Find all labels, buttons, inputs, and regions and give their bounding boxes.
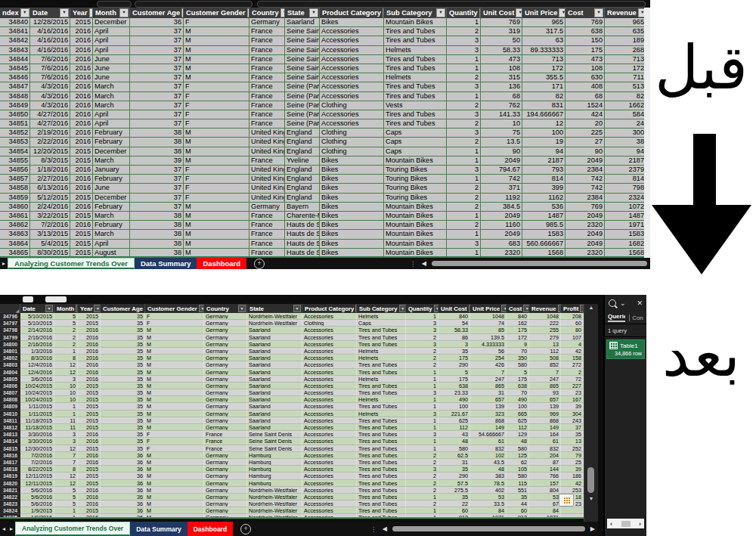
cell[interactable]: 2/16/2016 bbox=[20, 341, 54, 348]
cell[interactable]: Accessories bbox=[302, 411, 357, 417]
cell[interactable]: 580 bbox=[507, 445, 529, 452]
cell[interactable]: M bbox=[145, 472, 204, 479]
cell[interactable]: 2015 bbox=[78, 417, 101, 424]
cell[interactable]: 94 bbox=[605, 147, 644, 156]
cell[interactable]: Germany bbox=[204, 487, 247, 494]
cell[interactable]: 34849 bbox=[0, 101, 30, 110]
cell[interactable]: 4/16/2016 bbox=[30, 27, 70, 36]
cell[interactable]: 2015 bbox=[70, 147, 93, 156]
cell[interactable]: Clothing bbox=[320, 147, 384, 156]
cell[interactable]: 35 bbox=[101, 403, 145, 410]
cell[interactable]: 48 bbox=[438, 438, 470, 445]
row-number[interactable]: 34803 bbox=[0, 361, 20, 368]
cell[interactable]: 34851 bbox=[0, 119, 30, 129]
cell[interactable]: M bbox=[145, 369, 204, 376]
cell[interactable]: 129 bbox=[507, 431, 529, 438]
queries-pane-scrollbar[interactable]: ‹ › bbox=[607, 519, 644, 528]
cell[interactable]: 20 bbox=[565, 119, 605, 129]
cell[interactable]: Accessories bbox=[302, 466, 357, 472]
cell[interactable]: Germany bbox=[204, 500, 247, 507]
cell[interactable]: 2 bbox=[406, 355, 438, 361]
cell[interactable]: Germany bbox=[204, 396, 247, 403]
cell[interactable]: Tires and Tubes bbox=[357, 369, 406, 376]
row-number[interactable]: 34810 bbox=[0, 411, 20, 417]
cell[interactable]: Accessories bbox=[302, 472, 357, 479]
cell[interactable]: 3/30/2016 bbox=[20, 431, 54, 438]
cell[interactable]: 171 bbox=[522, 82, 565, 91]
cell[interactable]: April bbox=[93, 110, 130, 119]
cell[interactable]: 3 bbox=[438, 341, 470, 348]
cell[interactable]: 7/6/2016 bbox=[30, 73, 70, 82]
cell[interactable]: 762 bbox=[481, 101, 522, 110]
cell[interactable]: 34859 bbox=[0, 194, 30, 203]
cell[interactable]: 36 bbox=[101, 472, 145, 479]
cell[interactable]: 43.5 bbox=[470, 459, 507, 466]
filter-dropdown-icon[interactable]: ▼ bbox=[60, 8, 69, 17]
scroll-left-icon[interactable]: ‹ bbox=[610, 520, 612, 528]
cell[interactable]: Tires and Tubes bbox=[357, 480, 406, 487]
cell[interactable]: 1/18/2016 bbox=[30, 166, 70, 175]
cell[interactable]: 36 bbox=[101, 500, 145, 507]
cell[interactable]: Accessories bbox=[302, 396, 357, 403]
cell[interactable]: 2 bbox=[447, 101, 481, 110]
cell[interactable]: 1 bbox=[54, 403, 78, 410]
cell[interactable]: Nordrhein-Westfaler bbox=[247, 313, 302, 320]
sheet-tab-data-summary[interactable]: Data Summary bbox=[135, 258, 197, 269]
cell[interactable]: Seine (Par bbox=[285, 101, 320, 110]
cell[interactable]: Touring Bikes bbox=[384, 175, 447, 184]
cell[interactable]: 5 bbox=[438, 369, 470, 376]
cell[interactable]: 2 bbox=[447, 119, 481, 129]
cell[interactable]: 39 bbox=[130, 156, 184, 166]
cell[interactable]: Bikes bbox=[320, 184, 384, 193]
cell[interactable]: M bbox=[184, 27, 249, 36]
cell[interactable]: 38 bbox=[130, 138, 184, 147]
cell[interactable]: 2015 bbox=[70, 194, 93, 203]
cell[interactable]: Seine Saint Denis bbox=[247, 431, 302, 438]
cell[interactable]: 2016 bbox=[70, 119, 93, 129]
cell[interactable]: 1 bbox=[54, 411, 78, 417]
cell[interactable]: M bbox=[184, 55, 249, 64]
cell[interactable]: Germany bbox=[204, 383, 247, 389]
cell[interactable]: Accessories bbox=[302, 313, 357, 320]
cell[interactable]: 1971 bbox=[605, 221, 644, 230]
cell[interactable]: France bbox=[249, 119, 285, 129]
cell[interactable]: 84 bbox=[470, 507, 507, 514]
cell[interactable]: 108 bbox=[481, 64, 522, 73]
cell[interactable]: Germany bbox=[204, 341, 247, 348]
cell[interactable]: 35 bbox=[101, 396, 145, 403]
cell[interactable]: 227 bbox=[561, 383, 584, 389]
cell[interactable]: 2016 bbox=[70, 82, 93, 91]
cell[interactable]: 2015 bbox=[70, 18, 93, 27]
cell[interactable] bbox=[561, 507, 584, 514]
cell[interactable]: Saarland bbox=[247, 417, 302, 424]
cell[interactable]: Accessories bbox=[320, 73, 384, 82]
cell[interactable]: Seine (Par bbox=[285, 119, 320, 129]
cell[interactable]: 317.5 bbox=[522, 27, 565, 36]
cell[interactable]: Germany bbox=[249, 203, 285, 212]
cell[interactable]: 1/9/2015 bbox=[20, 507, 54, 514]
cell[interactable]: 23.33 bbox=[438, 389, 470, 396]
cell[interactable]: Tires and Tubes bbox=[357, 327, 406, 333]
cell[interactable]: 7 bbox=[470, 369, 507, 376]
cell[interactable]: 2 bbox=[406, 500, 438, 507]
cell[interactable]: 2016 bbox=[70, 73, 93, 82]
cell[interactable]: 2015 bbox=[78, 424, 101, 431]
cell[interactable]: Accessories bbox=[302, 494, 357, 500]
cell[interactable]: Tires and Tubes bbox=[357, 417, 406, 424]
cell[interactable]: 580 bbox=[438, 445, 470, 452]
cell[interactable]: 279 bbox=[529, 334, 561, 341]
cell[interactable]: France bbox=[249, 110, 285, 119]
cell[interactable]: 402 bbox=[470, 487, 507, 494]
cell[interactable]: 742 bbox=[481, 175, 522, 184]
cell[interactable]: Saarland bbox=[247, 361, 302, 368]
cell[interactable]: M bbox=[145, 466, 204, 472]
cell[interactable]: 5 bbox=[54, 313, 78, 320]
cell[interactable]: 3 bbox=[54, 438, 78, 445]
scroll-down-icon[interactable]: ▼ bbox=[584, 496, 598, 501]
cell[interactable]: M bbox=[145, 334, 204, 341]
cell[interactable]: 37 bbox=[130, 175, 184, 184]
cell[interactable]: 37 bbox=[130, 73, 184, 82]
cell[interactable]: 1072 bbox=[605, 203, 644, 212]
cell[interactable]: 3 bbox=[447, 46, 481, 55]
cell[interactable]: 3 bbox=[54, 376, 78, 383]
